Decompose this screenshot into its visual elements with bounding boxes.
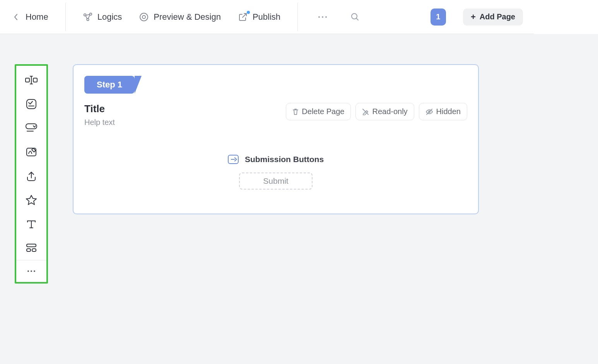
- tool-text[interactable]: [16, 212, 46, 236]
- section-icon: [26, 243, 37, 253]
- upload-icon: [26, 170, 37, 182]
- topbar: Home Logics Preview & Design Publish: [0, 0, 534, 34]
- submit-button[interactable]: Submit: [239, 173, 313, 190]
- submission-label-row: Submission Buttons: [228, 155, 324, 164]
- page-actions: Delete Page Read-only Hidden: [286, 103, 467, 120]
- search-icon: [350, 12, 360, 22]
- home-label: Home: [26, 12, 48, 22]
- trash-icon: [292, 108, 299, 115]
- step-tag[interactable]: Step 1: [84, 76, 135, 94]
- divider: [65, 3, 66, 31]
- star-icon: [26, 194, 37, 206]
- tool-rail: [15, 64, 48, 284]
- submit-label: Submit: [263, 176, 288, 185]
- page-card[interactable]: Step 1 Title Help text Delete Page: [73, 64, 479, 214]
- tool-choice[interactable]: [16, 92, 46, 116]
- ellipsis-icon: [27, 270, 36, 272]
- hidden-icon: [425, 108, 433, 115]
- preview-icon: [139, 12, 149, 22]
- more-menu-button[interactable]: [315, 9, 330, 25]
- logics-icon: [83, 12, 93, 22]
- delete-page-label: Delete Page: [302, 107, 344, 116]
- add-page-button[interactable]: + Add Page: [463, 9, 523, 26]
- tool-upload[interactable]: [16, 164, 46, 188]
- page-title[interactable]: Title: [84, 103, 115, 115]
- page-help-text[interactable]: Help text: [84, 118, 115, 127]
- svg-rect-23: [32, 249, 36, 251]
- page-header: Title Help text Delete Page Read-only: [84, 103, 467, 127]
- svg-point-3: [140, 13, 148, 21]
- home-nav[interactable]: Home: [11, 12, 48, 22]
- tool-dropdown[interactable]: [16, 116, 46, 140]
- preview-label: Preview & Design: [154, 12, 221, 22]
- logics-nav[interactable]: Logics: [83, 12, 122, 22]
- tool-more[interactable]: [16, 260, 46, 282]
- svg-line-9: [356, 18, 358, 20]
- submission-icon: [228, 155, 239, 164]
- svg-point-26: [34, 270, 35, 272]
- page-title-block: Title Help text: [84, 103, 115, 127]
- dropdown-icon: [25, 123, 38, 133]
- tool-signature[interactable]: [16, 140, 46, 164]
- svg-rect-22: [27, 249, 31, 251]
- page-chip-label: 1: [436, 12, 440, 21]
- chevron-left-icon: [11, 12, 21, 22]
- delete-page-button[interactable]: Delete Page: [286, 103, 351, 120]
- divider: [297, 3, 298, 31]
- submission-section: Submission Buttons Submit: [84, 155, 467, 190]
- readonly-label: Read-only: [372, 107, 407, 116]
- publish-label: Publish: [253, 12, 280, 22]
- tool-text-input[interactable]: [16, 68, 46, 92]
- svg-rect-11: [33, 78, 37, 82]
- readonly-icon: [362, 108, 369, 115]
- svg-rect-13: [27, 99, 36, 109]
- publish-nav[interactable]: Publish: [238, 12, 280, 22]
- choice-icon: [26, 98, 37, 110]
- svg-marker-18: [26, 195, 36, 205]
- step-label: Step 1: [97, 80, 122, 89]
- preview-nav[interactable]: Preview & Design: [139, 12, 221, 22]
- signature-icon: [26, 147, 37, 157]
- logics-label: Logics: [97, 12, 122, 22]
- svg-rect-10: [26, 78, 29, 82]
- tool-section[interactable]: [16, 236, 46, 260]
- svg-point-24: [27, 270, 29, 272]
- ellipsis-icon: [318, 15, 328, 19]
- publish-indicator-dot: [247, 11, 250, 14]
- text-icon: [26, 219, 37, 229]
- search-button[interactable]: [347, 9, 363, 25]
- tool-rating[interactable]: [16, 188, 46, 212]
- text-input-icon: [25, 75, 38, 85]
- plus-icon: +: [471, 12, 476, 22]
- publish-icon: [238, 12, 248, 22]
- submission-label: Submission Buttons: [245, 155, 324, 164]
- svg-point-6: [322, 16, 323, 18]
- svg-point-5: [318, 16, 320, 18]
- svg-rect-21: [27, 244, 36, 247]
- svg-point-25: [31, 270, 32, 272]
- page-chip-1[interactable]: 1: [431, 9, 446, 26]
- hidden-button[interactable]: Hidden: [419, 103, 467, 120]
- readonly-button[interactable]: Read-only: [355, 103, 414, 120]
- add-page-label: Add Page: [480, 12, 515, 21]
- svg-point-4: [142, 15, 145, 19]
- workspace: Step 1 Title Help text Delete Page: [0, 34, 598, 364]
- svg-point-7: [325, 16, 327, 18]
- hidden-label: Hidden: [436, 107, 461, 116]
